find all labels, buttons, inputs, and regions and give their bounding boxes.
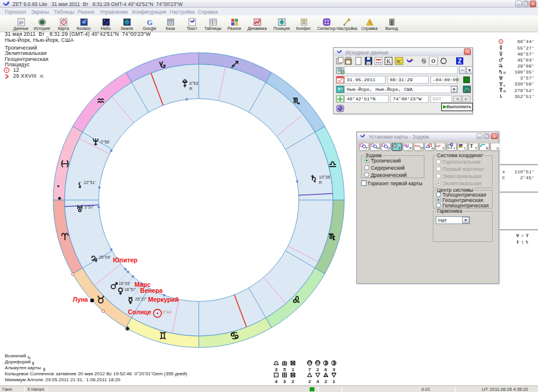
svg-text:352°51': 352°51' (514, 94, 534, 99)
svg-text:29°09': 29°09' (517, 63, 534, 69)
svg-text:10°35': 10°35' (319, 175, 331, 179)
svg-text:2: 2 (325, 379, 328, 384)
svg-text:0°56': 0°56' (100, 140, 110, 144)
svg-text:45°03': 45°03' (517, 57, 534, 63)
svg-text:15°03': 15°03' (118, 281, 130, 286)
svg-text:s: s (503, 84, 505, 87)
svg-text:W: W (376, 146, 380, 150)
svg-text:=: = (521, 234, 524, 238)
svg-text:I: I (454, 146, 455, 150)
svg-text:276°52': 276°52' (514, 88, 534, 93)
svg-text:55°27': 55°27' (517, 45, 534, 51)
svg-text:R: R (486, 146, 489, 150)
svg-text:R: R (189, 87, 192, 91)
svg-text:110°51': 110°51' (514, 169, 534, 174)
svg-text:1: 1 (332, 379, 335, 384)
svg-text:3: 3 (275, 367, 278, 372)
svg-text:6°53': 6°53' (189, 81, 199, 85)
svg-text:5: 5 (283, 367, 286, 372)
svg-text:t: t (522, 240, 523, 244)
svg-text:G: G (146, 19, 152, 26)
svg-text:C: C (464, 146, 466, 150)
svg-text:6: 6 (325, 367, 328, 372)
svg-text:T: T (470, 143, 473, 149)
svg-text:69°44': 69°44' (517, 39, 534, 44)
svg-text:22°51': 22°51' (84, 180, 96, 185)
svg-text:1: 1 (292, 367, 295, 372)
svg-text:S: S (442, 146, 445, 150)
svg-text:29°09': 29°09' (99, 255, 111, 259)
svg-text:25°27': 25°27' (135, 297, 147, 301)
svg-text:Солнце: Солнце (128, 308, 151, 316)
svg-text:H: H (420, 146, 423, 150)
svg-text:K: K (386, 58, 391, 65)
svg-text:3: 3 (332, 367, 335, 372)
svg-text:αβ: αβ (436, 143, 441, 148)
svg-text:G: G (497, 146, 500, 150)
svg-text:R: R (319, 180, 322, 185)
svg-text:Венера: Венера (140, 287, 163, 294)
svg-text:3°57': 3°57' (520, 75, 534, 81)
svg-text:Луна: Луна (73, 296, 88, 303)
svg-text:Z: Z (398, 146, 401, 150)
svg-text:9°44': 9°44' (163, 310, 172, 314)
svg-text:2: 2 (308, 379, 311, 384)
svg-text:Юпитер: Юпитер (113, 256, 137, 264)
svg-text:9C: 9C (396, 59, 402, 65)
svg-text:A: A (431, 146, 434, 150)
svg-text:Z: Z (458, 58, 461, 65)
svg-text:D: D (387, 146, 390, 150)
svg-text:Меркурий: Меркурий (148, 296, 179, 303)
svg-text:F: F (366, 146, 368, 150)
svg-text:R: R (503, 90, 506, 93)
svg-text:P: P (409, 146, 412, 150)
svg-text:4: 4 (275, 379, 278, 384)
svg-text:x: x (502, 169, 505, 174)
svg-text:3°57': 3°57' (84, 205, 94, 209)
svg-text:48°57': 48°57' (517, 51, 534, 57)
svg-text:C: C (502, 175, 505, 180)
svg-text:2: 2 (316, 367, 319, 372)
svg-text:2°45': 2°45' (520, 175, 534, 180)
svg-text:R: R (503, 71, 506, 75)
svg-text:2: 2 (292, 379, 295, 384)
svg-text:?: ? (368, 20, 371, 26)
svg-text:3: 3 (283, 379, 286, 384)
svg-text:330°56': 330°56' (514, 81, 534, 87)
svg-text:4: 4 (316, 379, 319, 384)
svg-text:190°35': 190°35' (514, 69, 534, 75)
svg-text:T: T (475, 146, 478, 150)
svg-text:18°57': 18°57' (124, 287, 136, 292)
svg-text:7: 7 (308, 367, 311, 372)
